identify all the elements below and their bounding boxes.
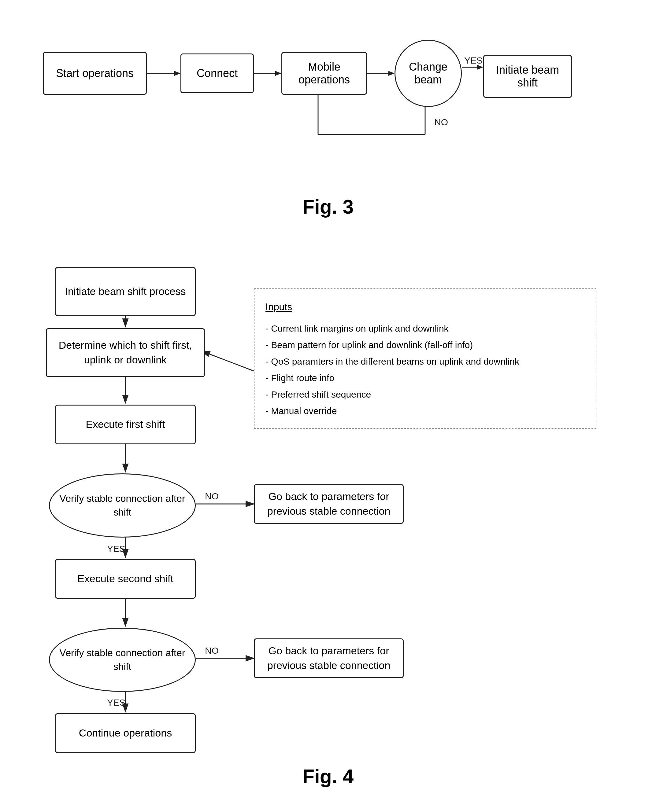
svg-text:YES: YES [107,544,125,554]
connect-box: Connect [181,54,254,93]
inputs-item-1: - Current link margins on uplink and dow… [265,320,585,337]
mobile-operations-label: Mobile operations [289,60,359,86]
continue-operations-label: Continue operations [79,726,172,741]
svg-text:NO: NO [205,645,219,656]
fig4-diagram: YES NO YES NO Initiate beam shift proces… [25,249,631,753]
change-beam-box: Change beam [395,40,462,107]
inputs-items: - Current link margins on uplink and dow… [265,320,585,419]
inputs-box: Inputs - Current link margins on uplink … [254,289,596,429]
page: YES NO Start operations Connect Mobile o… [0,0,656,812]
execute-first-label: Execute first shift [86,417,165,432]
determine-box: Determine which to shift first, uplink o… [46,328,205,377]
svg-text:NO: NO [434,117,448,127]
fig3-caption: Fig. 3 [25,196,631,218]
execute-second-box: Execute second shift [55,559,196,599]
verify1-box: Verify stable connection after shift [49,473,196,537]
svg-marker-7 [477,65,483,69]
verify2-box: Verify stable connection after shift [49,628,196,692]
determine-label: Determine which to shift first, uplink o… [53,338,198,367]
fig3-diagram: YES NO Start operations Connect Mobile o… [25,31,631,190]
inputs-item-5: - Preferred shift sequence [265,386,585,403]
execute-second-label: Execute second shift [77,571,173,586]
mobile-operations-box: Mobile operations [282,52,367,95]
go-back1-label: Go back to parameters for previous stabl… [261,489,397,518]
svg-marker-1 [174,71,181,76]
svg-text:YES: YES [464,55,483,65]
go-back1-box: Go back to parameters for previous stabl… [254,484,404,524]
fig4-caption: Fig. 4 [25,765,631,788]
inputs-item-2: - Beam pattern for uplink and downlink (… [265,337,585,353]
execute-first-box: Execute first shift [55,404,196,445]
inputs-item-3: - QoS paramters in the different beams o… [265,353,585,370]
svg-text:YES: YES [107,698,125,707]
inputs-title: Inputs [265,298,585,316]
verify2-label: Verify stable connection after shift [56,646,189,673]
svg-text:NO: NO [205,491,219,501]
change-beam-label: Change beam [395,60,461,86]
svg-line-27 [202,351,254,371]
initiate-beam-shift-label: Initiate beam shift [492,63,564,89]
initiate-process-label: Initiate beam shift process [65,284,186,299]
svg-marker-3 [275,71,282,76]
initiate-beam-shift-box: Initiate beam shift [483,55,572,98]
go-back2-label: Go back to parameters for previous stabl… [261,644,397,673]
continue-operations-box: Continue operations [55,713,196,753]
inputs-item-6: - Manual override [265,403,585,419]
inputs-item-4: - Flight route info [265,370,585,386]
connect-label: Connect [196,67,238,80]
verify1-label: Verify stable connection after shift [56,492,189,519]
start-operations-box: Start operations [43,52,147,95]
initiate-process-box: Initiate beam shift process [55,267,196,316]
start-operations-label: Start operations [56,67,134,80]
go-back2-box: Go back to parameters for previous stabl… [254,638,404,678]
svg-marker-5 [388,71,395,76]
